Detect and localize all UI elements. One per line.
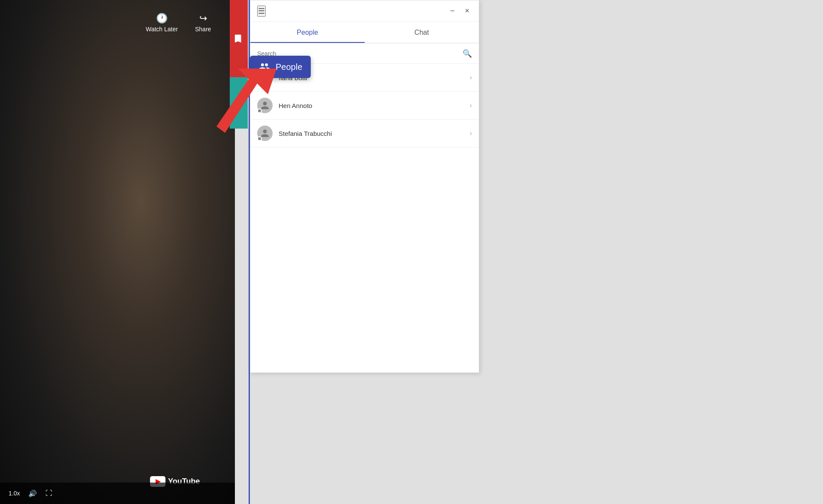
video-controls-bar: 1.0x 🔊 ⛶: [0, 483, 235, 504]
hamburger-menu-button[interactable]: ☰: [257, 6, 266, 17]
search-icon[interactable]: 🔍: [463, 49, 472, 58]
fullscreen-icon[interactable]: ⛶: [45, 489, 52, 497]
watch-later-label: Watch Later: [146, 26, 178, 33]
tab-people-label: People: [297, 29, 318, 36]
chevron-right-icon-hen: ›: [470, 102, 472, 109]
share-button[interactable]: ↪ Share: [195, 13, 211, 33]
close-button[interactable]: ×: [462, 6, 472, 16]
tab-chat[interactable]: Chat: [365, 22, 479, 43]
arrow-shape: [216, 69, 276, 133]
person-name-stefania: Stefania Trabucchi: [279, 130, 470, 137]
red-arrow-annotation: [208, 60, 294, 147]
chevron-right-icon-stefania: ›: [470, 129, 472, 137]
chevron-right-icon-ilaria: ›: [470, 74, 472, 81]
window-controls: − ×: [448, 6, 472, 16]
share-label: Share: [195, 26, 211, 33]
video-toolbar: 🕐 Watch Later ↪ Share: [146, 13, 211, 33]
tab-chat-label: Chat: [415, 29, 429, 36]
minimize-button[interactable]: −: [448, 6, 457, 16]
speed-display: 1.0x: [9, 490, 20, 497]
tab-people[interactable]: People: [250, 22, 365, 43]
volume-icon[interactable]: 🔊: [28, 489, 37, 498]
video-background: [0, 0, 235, 504]
panel-header: ☰ − ×: [250, 0, 479, 22]
person-name-hen: Hen Annoto: [279, 102, 470, 109]
panel-tabs: People Chat: [250, 22, 479, 43]
clock-icon: 🕐: [156, 13, 168, 24]
watch-later-button[interactable]: 🕐 Watch Later: [146, 13, 178, 33]
bookmark-icon: [234, 34, 243, 43]
red-arrow-svg: [208, 60, 294, 146]
share-icon: ↪: [199, 13, 207, 24]
video-panel: 🕐 Watch Later ↪ Share YouTube 1.0x 🔊 ⛶: [0, 0, 235, 504]
